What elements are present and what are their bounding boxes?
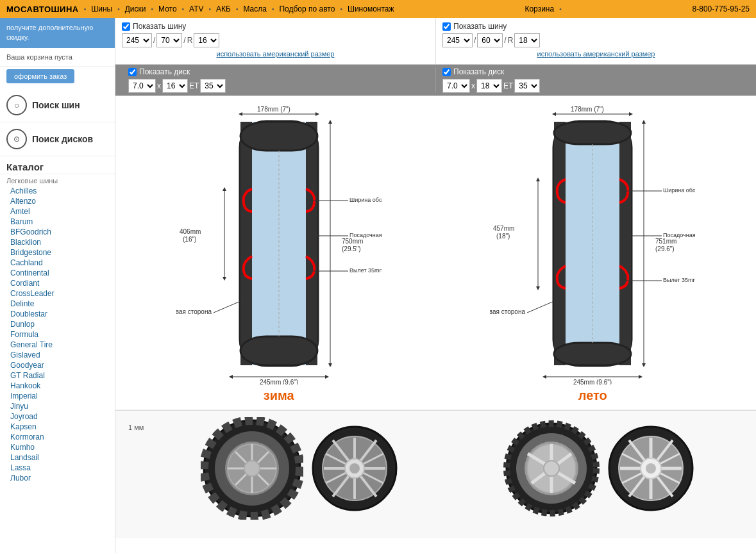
right-rim-image bbox=[606, 417, 696, 520]
svg-text:457mm: 457mm bbox=[493, 225, 514, 232]
brand-item-doublestar[interactable]: Doublestar bbox=[0, 309, 115, 319]
brand-item-bridgestone[interactable]: Bridgestone bbox=[0, 247, 115, 258]
svg-text:(29.5"): (29.5") bbox=[342, 245, 361, 252]
svg-rect-4 bbox=[240, 122, 317, 151]
svg-point-69 bbox=[349, 463, 360, 474]
brand-item-kumho[interactable]: Kumho bbox=[0, 442, 115, 452]
nav-disks[interactable]: Диски bbox=[125, 4, 146, 13]
right-controls-col: Показать шину 245 / 60 / R 18 использова… bbox=[436, 18, 756, 64]
sidebar-search-disks[interactable]: ⊙ Поиск дисков bbox=[0, 122, 115, 156]
show-tire-left-checkbox[interactable] bbox=[122, 22, 130, 31]
right-size-selects: 245 / 60 / R 18 bbox=[442, 33, 750, 47]
main-content: Показать шину 245 / 70 / R 16 использова… bbox=[115, 18, 756, 553]
catalog-section-cars: Легковые шины bbox=[0, 174, 115, 186]
brand-item-dunlop[interactable]: Dunlop bbox=[0, 319, 115, 329]
catalog-title: Каталог bbox=[0, 156, 115, 174]
sidebar-search-tires[interactable]: ○ Поиск шин bbox=[0, 88, 115, 122]
brand-item-formula[interactable]: Formula bbox=[0, 329, 115, 340]
svg-text:245mm (9.6"): 245mm (9.6") bbox=[260, 379, 298, 384]
order-button[interactable]: оформить заказ bbox=[6, 69, 74, 83]
brand-item-general-tire[interactable]: General Tire bbox=[0, 340, 115, 350]
brand-item-kapsen[interactable]: Kapsen bbox=[0, 422, 115, 432]
show-disk-left-checkbox[interactable] bbox=[128, 68, 137, 76]
right-diagram-col: 178mm (7") 751mm (29.6") 457mm (18") 245… bbox=[442, 103, 744, 403]
brand-item-gislaved[interactable]: Gislaved bbox=[0, 350, 115, 360]
brand-item-blacklion[interactable]: Blacklion bbox=[0, 237, 115, 247]
brand-item-gt-radial[interactable]: GT Radial bbox=[0, 370, 115, 381]
left-disk-et-select[interactable]: 35 bbox=[200, 79, 226, 93]
brand-item-joyroad[interactable]: Joyroad bbox=[0, 411, 115, 422]
american-size-link-right[interactable]: использовать американский размер bbox=[442, 50, 750, 58]
nav-tires[interactable]: Шины bbox=[91, 4, 112, 13]
show-disk-right-label: Показать диск bbox=[453, 67, 504, 76]
brand-item-kormoran[interactable]: Kormoran bbox=[0, 432, 115, 442]
nav-atv[interactable]: ATV bbox=[189, 4, 203, 13]
left-disk-r-select[interactable]: 16 bbox=[162, 79, 188, 93]
cart-label[interactable]: Корзина bbox=[525, 4, 554, 13]
brand-item-hankook[interactable]: Hankook bbox=[0, 381, 115, 391]
svg-point-59 bbox=[244, 461, 260, 476]
show-tire-right-checkbox[interactable] bbox=[442, 22, 451, 31]
right-radius-select[interactable]: 18 bbox=[514, 33, 540, 47]
right-tire-diagram-svg: 178mm (7") 751mm (29.6") 457mm (18") 245… bbox=[490, 103, 695, 384]
brand-item-crossleader[interactable]: CrossLeader bbox=[0, 288, 115, 299]
show-tire-left-row: Показать шину bbox=[122, 22, 429, 31]
brand-item-landsail[interactable]: Landsail bbox=[0, 452, 115, 463]
left-width-select[interactable]: 245 bbox=[122, 33, 152, 47]
svg-line-43 bbox=[527, 301, 554, 313]
svg-text:Вылет 35mm (1.4"): Вылет 35mm (1.4") bbox=[349, 267, 382, 274]
right-width-select[interactable]: 245 bbox=[442, 33, 473, 47]
nav-tire-service[interactable]: Шиномонтаж bbox=[348, 4, 394, 13]
sidebar-promo: получите дополнительную скидку. bbox=[0, 18, 115, 48]
nav-masla[interactable]: Масла bbox=[243, 4, 266, 13]
sidebar-cart-empty: Ваша корзина пуста bbox=[0, 48, 115, 67]
svg-text:(18"): (18") bbox=[496, 233, 510, 240]
diagram-area: 178mm (7") 750mm (29.5") 406mm (16") 245… bbox=[115, 96, 756, 410]
brand-item-continental[interactable]: Continental bbox=[0, 268, 115, 278]
show-tire-left-label: Показать шину bbox=[133, 22, 186, 31]
right-disk-w-select[interactable]: 7.0 bbox=[442, 79, 470, 93]
brand-item-barum[interactable]: Barum bbox=[0, 217, 115, 227]
nav-moto[interactable]: Мото bbox=[158, 4, 177, 13]
show-disk-right-checkbox[interactable] bbox=[442, 68, 451, 76]
svg-point-82 bbox=[544, 461, 559, 476]
brand-item-лubor[interactable]: Лubor bbox=[0, 473, 115, 483]
svg-text:Вылет 35mm (1.4"): Вылет 35mm (1.4") bbox=[663, 277, 695, 283]
right-disk-r-select[interactable]: 18 bbox=[476, 79, 502, 93]
brand-item-lassa[interactable]: Lassa bbox=[0, 463, 115, 473]
left-rim-svg bbox=[310, 417, 399, 520]
brand-item-cachland[interactable]: Cachland bbox=[0, 258, 115, 268]
svg-rect-3 bbox=[306, 122, 317, 365]
left-controls-col: Показать шину 245 / 70 / R 16 использова… bbox=[115, 18, 436, 64]
left-disk-w-select[interactable]: 7.0 bbox=[128, 79, 156, 93]
header: МОСАВТОШИНА • Шины • Диски • Мото • ATV … bbox=[0, 0, 756, 18]
svg-rect-1 bbox=[252, 122, 306, 365]
right-height-select[interactable]: 60 bbox=[477, 33, 503, 47]
svg-rect-30 bbox=[554, 343, 631, 365]
svg-text:(29.6"): (29.6") bbox=[655, 245, 675, 252]
american-size-link-left[interactable]: использовать американский размер bbox=[122, 50, 429, 58]
brand-item-cordiant[interactable]: Cordiant bbox=[0, 278, 115, 288]
left-tires-images bbox=[156, 417, 443, 520]
svg-rect-28 bbox=[619, 122, 631, 365]
right-tires-images bbox=[457, 417, 743, 520]
nav-selection[interactable]: Подбор по авто bbox=[279, 4, 335, 13]
brand-item-amtel[interactable]: Amtel bbox=[0, 206, 115, 217]
brand-item-delinte[interactable]: Delinte bbox=[0, 299, 115, 309]
right-rim-svg bbox=[606, 417, 696, 520]
layout: получите дополнительную скидку. Ваша кор… bbox=[0, 18, 756, 553]
left-disk-selects: 7.0 x 16 ET 35 bbox=[128, 79, 429, 93]
brand-item-goodyear[interactable]: Goodyear bbox=[0, 360, 115, 370]
brand-item-achilles[interactable]: Achilles bbox=[0, 186, 115, 196]
svg-text:Ширина обода 136mm (5.4"): Ширина обода 136mm (5.4") bbox=[349, 197, 382, 203]
left-radius-select[interactable]: 16 bbox=[194, 33, 219, 47]
brand-item-bfgoodrich[interactable]: BFGoodrich bbox=[0, 227, 115, 237]
brand-item-jinyu[interactable]: Jinyu bbox=[0, 401, 115, 411]
nav-akb[interactable]: АКБ bbox=[216, 4, 231, 13]
right-disk-et-select[interactable]: 35 bbox=[514, 79, 540, 93]
left-height-select[interactable]: 70 bbox=[156, 33, 182, 47]
phone-number: 8-800-775-95-25 bbox=[693, 4, 750, 13]
brand-item-altenzo[interactable]: Altenzo bbox=[0, 196, 115, 206]
brand-item-imperial[interactable]: Imperial bbox=[0, 391, 115, 401]
right-tire-tread bbox=[503, 417, 600, 520]
